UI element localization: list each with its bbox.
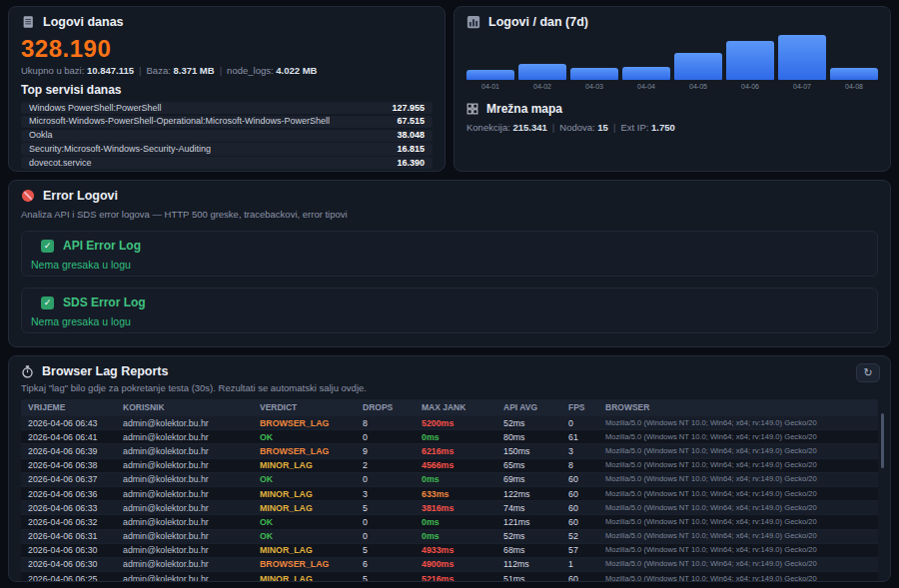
cell-user: admin@kolektor.bu.hr [123, 531, 260, 541]
cell-api-avg: 74ms [503, 503, 568, 513]
table-row: 2026-04-06 06:39 admin@kolektor.bu.hr BR… [21, 443, 878, 457]
cell-drops: 0 [363, 517, 422, 527]
service-count: 16.390 [397, 158, 425, 169]
logs-today-panel: Logovi danas 328.190 Ukupno u bazi: 10.8… [8, 6, 446, 172]
service-row: apache_SSL_access 10.351 [21, 171, 433, 172]
axis-tick-label: 04-01 [466, 83, 514, 90]
cell-api-avg: 150ms [503, 446, 568, 456]
service-name: Ookla [29, 130, 53, 141]
check-icon: ✓ [41, 240, 54, 253]
cell-drops: 2 [363, 460, 422, 470]
stat-item: Nodova: 15 [547, 122, 608, 133]
error-log-section: ✓ API Error Log Nema gresaka u logu [21, 231, 878, 277]
cell-browser: Mozilla/5.0 (Windows NT 10.0; Win64; x64… [605, 489, 878, 499]
bar [778, 35, 826, 80]
dashboard: Logovi danas 328.190 Ukupno u bazi: 10.8… [0, 0, 899, 588]
bar [466, 35, 514, 80]
refresh-button[interactable]: ↻ [856, 363, 880, 382]
cell-user: admin@kolektor.bu.hr [123, 432, 260, 442]
axis-tick-label: 04-04 [622, 83, 670, 90]
cell-fps: 60 [568, 489, 605, 499]
error-logs-subtitle: Analiza API i SDS error logova — HTTP 50… [21, 209, 878, 220]
cell-drops: 0 [363, 474, 422, 484]
service-name: Microsoft-Windows-PowerShell-Operational… [29, 116, 330, 127]
cell-fps: 60 [568, 517, 605, 527]
cell-drops: 5 [363, 503, 422, 513]
cell-drops: 0 [363, 531, 422, 541]
cell-fps: 60 [568, 574, 605, 582]
cell-time: 2026-04-06 06:41 [21, 432, 123, 442]
axis-tick-label: 04-05 [674, 83, 722, 90]
cell-max-jank: 6216ms [422, 446, 503, 456]
cell-user: admin@kolektor.bu.hr [123, 489, 260, 499]
refresh-icon: ↻ [863, 366, 872, 378]
cell-max-jank: 3816ms [422, 503, 503, 513]
bar-chart-icon [466, 15, 480, 29]
axis-tick-label: 04-02 [518, 83, 566, 90]
network-map-title: Mrežna mapa [486, 102, 562, 116]
logs-per-day-panel: Logovi / dan (7d) 04-0104-0204-0304-0404… [453, 6, 891, 172]
cell-api-avg: 51ms [503, 574, 568, 582]
cell-browser: Mozilla/5.0 (Windows NT 10.0; Win64; x64… [605, 574, 878, 582]
cell-verdict: MINOR_LAG [260, 545, 363, 555]
service-count: 38.048 [397, 130, 425, 141]
table-row: 2026-04-06 06:30 admin@kolektor.bu.hr BR… [21, 557, 878, 571]
table-row: 2026-04-06 06:30 admin@kolektor.bu.hr MI… [21, 543, 878, 557]
network-map-header: Mrežna mapa Konekcija: 215.341Nodova: 15… [466, 102, 878, 133]
top-services-title: Top servisi danas [21, 83, 433, 97]
cell-api-avg: 69ms [503, 474, 568, 484]
bar-chart-bars [466, 35, 878, 80]
cell-user: admin@kolektor.bu.hr [123, 517, 260, 527]
error-section-status: Nema gresaka u logu [31, 259, 868, 271]
col-vrijeme: VRIJEME [21, 399, 123, 415]
error-logs-header: Error Logovi [21, 189, 878, 203]
cell-user: admin@kolektor.bu.hr [123, 474, 260, 484]
cell-verdict: OK [260, 531, 363, 541]
cell-browser: Mozilla/5.0 (Windows NT 10.0; Win64; x64… [605, 460, 878, 470]
logs-per-day-chart: 04-0104-0204-0304-0404-0504-0604-0704-08 [466, 35, 878, 90]
cell-verdict: MINOR_LAG [260, 574, 363, 582]
table-row: 2026-04-06 06:37 admin@kolektor.bu.hr OK… [21, 472, 878, 486]
check-icon: ✓ [41, 296, 54, 309]
table-row: 2026-04-06 06:41 admin@kolektor.bu.hr OK… [21, 429, 878, 443]
axis-tick-label: 04-06 [726, 83, 774, 90]
cell-drops: 8 [363, 418, 422, 428]
cell-fps: 8 [568, 460, 605, 470]
cell-browser: Mozilla/5.0 (Windows NT 10.0; Win64; x64… [605, 545, 878, 555]
top-services-list: Windows PowerShell:PowerShell 127.955 Mi… [21, 102, 433, 172]
cell-verdict: OK [260, 517, 363, 527]
service-count: 16.815 [397, 144, 425, 155]
cell-max-jank: 0ms [422, 531, 503, 541]
cell-api-avg: 68ms [503, 545, 568, 555]
service-name: dovecot.service [29, 158, 92, 169]
stat-item: Ukupno u bazi: 10.847.115 [21, 65, 134, 76]
error-logs-title: Error Logovi [43, 189, 118, 203]
cell-user: admin@kolektor.bu.hr [123, 418, 260, 428]
cell-browser: Mozilla/5.0 (Windows NT 10.0; Win64; x64… [605, 531, 878, 541]
cell-drops: 5 [363, 545, 422, 555]
error-section-title: SDS Error Log [63, 295, 146, 309]
lag-reports-header: Browser Lag Reports [21, 364, 878, 378]
cell-fps: 57 [568, 545, 605, 555]
error-section-title: API Error Log [63, 239, 141, 253]
logs-icon [21, 15, 35, 29]
cell-browser: Mozilla/5.0 (Windows NT 10.0; Win64; x64… [605, 503, 878, 513]
cell-user: admin@kolektor.bu.hr [123, 574, 260, 582]
cell-user: admin@kolektor.bu.hr [123, 559, 260, 569]
network-grid-icon [466, 103, 478, 115]
col-browser: BROWSER [605, 399, 878, 415]
cell-time: 2026-04-06 06:32 [21, 517, 123, 527]
stat-item: Baza: 8.371 MB [134, 65, 215, 76]
cell-user: admin@kolektor.bu.hr [123, 503, 260, 513]
cell-fps: 52 [568, 531, 605, 541]
cell-drops: 0 [363, 432, 422, 442]
cell-fps: 61 [568, 432, 605, 442]
cell-api-avg: 52ms [503, 531, 568, 541]
col-verdict: VERDICT [260, 399, 363, 415]
table-row: 2026-04-06 06:43 admin@kolektor.bu.hr BR… [21, 415, 878, 429]
service-row: dovecot.service 16.390 [21, 157, 433, 169]
table-row: 2026-04-06 06:31 admin@kolektor.bu.hr OK… [21, 529, 878, 543]
lag-reports-title: Browser Lag Reports [42, 364, 168, 378]
error-log-sections: ✓ API Error Log Nema gresaka u logu ✓ SD… [21, 231, 878, 333]
table-scrollbar[interactable] [881, 413, 884, 468]
